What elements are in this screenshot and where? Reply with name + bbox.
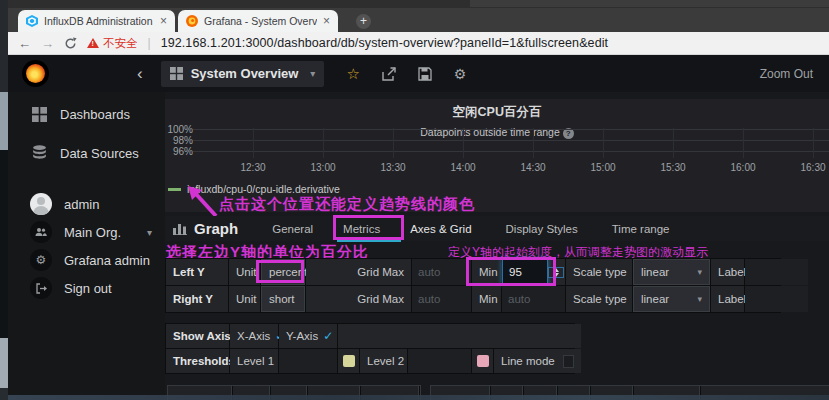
gear-icon[interactable]: ⚙ <box>454 66 467 82</box>
right-y-label-input[interactable] <box>745 286 808 312</box>
sidebar-item-grafana-admin[interactable]: ⚙ Grafana admin <box>8 248 165 272</box>
star-icon[interactable]: ☆ <box>346 65 359 83</box>
level2-label: Level 2 <box>360 349 407 373</box>
right-y-unit-select[interactable]: short <box>261 286 305 312</box>
level2-color-swatch[interactable] <box>477 355 489 367</box>
y-axis-toggle[interactable]: Y-Axis✓ <box>279 324 337 348</box>
right-y-grid-max-input[interactable] <box>412 286 471 312</box>
sidebar-collapse-icon[interactable]: ‹ <box>137 64 143 84</box>
grafana-logo[interactable] <box>22 60 49 87</box>
browser-tab-grafana[interactable]: Grafana - System Overview × <box>178 10 338 32</box>
taskbar-edge <box>8 395 829 400</box>
database-icon <box>30 144 48 162</box>
tab-title: Grafana - System Overview <box>204 15 317 27</box>
sidebar-item-label: admin <box>64 197 99 212</box>
browser-tabstrip: InfluxDB Administration × Grafana - Syst… <box>8 8 829 32</box>
grafana-topnav: ‹ System Overview ▾ ☆ ⚙ Zoom Out <box>8 55 829 92</box>
gridline <box>193 151 829 152</box>
gridline <box>603 128 604 158</box>
level2-input[interactable] <box>408 349 471 373</box>
level1-color-cell[interactable] <box>338 349 359 373</box>
gear-icon: ⚙ <box>30 249 52 271</box>
line-mode-checkbox[interactable] <box>563 355 574 368</box>
left-y-label-input[interactable] <box>745 259 808 285</box>
new-tab-button[interactable]: + <box>356 14 371 29</box>
browser-tab-influxdb[interactable]: InfluxDB Administration × <box>18 10 175 32</box>
x-tick-label: 14:00 <box>441 162 485 173</box>
url-text[interactable]: 192.168.1.201:3000/dashboard/db/system-o… <box>161 36 609 50</box>
gridline <box>323 128 324 158</box>
show-axis-label: Show Axis <box>166 324 229 348</box>
dashboard-title-dropdown[interactable]: System Overview ▾ <box>161 61 325 87</box>
legend-color-swatch[interactable] <box>168 188 181 191</box>
close-icon[interactable]: × <box>160 15 167 27</box>
scale-type-label: Scale type <box>566 286 632 312</box>
level2-color-cell[interactable] <box>472 349 493 373</box>
chevron-down-icon: ▾ <box>310 68 315 79</box>
x-tick-label: 16:30 <box>791 162 829 173</box>
right-y-scale-select[interactable]: linear▾ <box>633 286 710 312</box>
sidebar-item-sign-out[interactable]: Sign out <box>8 276 165 300</box>
save-icon[interactable] <box>418 67 432 81</box>
gridline <box>673 128 674 158</box>
gridline <box>533 128 534 158</box>
right-y-min-input[interactable] <box>502 286 565 312</box>
sidebar-item-label: Main Org. <box>64 225 121 240</box>
tab-display-styles[interactable]: Display Styles <box>506 223 578 235</box>
x-axis-toggle[interactable]: X-Axis✓ <box>230 324 278 348</box>
row-label-right-y: Right Y <box>166 286 228 312</box>
security-warning[interactable]: ! 不安全 <box>87 36 138 51</box>
level1-input[interactable] <box>279 349 337 373</box>
sidebar-item-dashboards[interactable]: Dashboards <box>8 102 165 126</box>
level1-color-swatch[interactable] <box>343 355 355 367</box>
browser-urlbar: ← → ! 不安全 | 192.168.1.201:3000/dashboard… <box>8 32 829 55</box>
reload-icon[interactable] <box>64 37 77 50</box>
sidebar-item-label: Data Sources <box>60 146 139 161</box>
back-icon[interactable]: ← <box>18 36 31 51</box>
warning-triangle-icon: ! <box>87 38 99 48</box>
url-separator: | <box>148 36 151 50</box>
close-icon[interactable]: × <box>323 15 330 27</box>
x-tick-label: 16:00 <box>721 162 765 173</box>
left-y-scale-select[interactable]: linear▾ <box>633 259 710 285</box>
bar-chart-icon <box>173 222 187 235</box>
filler-cell <box>338 324 581 348</box>
show-axis-table: Show Axis X-Axis✓ Y-Axis✓ Thresholds Lev… <box>165 323 575 374</box>
sidebar-item-label: Sign out <box>64 281 112 296</box>
sign-out-icon <box>30 277 52 299</box>
sidebar-item-admin[interactable]: admin <box>8 192 165 216</box>
highlight-box-percent <box>256 260 304 283</box>
tab-time-range[interactable]: Time range <box>612 223 670 235</box>
left-y-grid-max-input[interactable] <box>412 259 471 285</box>
dashboards-grid-icon <box>30 105 48 123</box>
grid-max-label: Grid Max <box>306 286 411 312</box>
chevron-down-icon: ▾ <box>697 294 702 304</box>
forward-icon[interactable]: → <box>41 36 54 51</box>
x-tick-label: 14:30 <box>511 162 555 173</box>
share-icon[interactable] <box>382 67 396 81</box>
gridline <box>193 129 829 130</box>
desktop-edge <box>0 0 8 400</box>
active-tab-underline <box>337 240 401 242</box>
highlight-box-axes-grid-tab <box>333 215 404 240</box>
tab-axes-grid[interactable]: Axes & Grid <box>410 223 471 235</box>
sidebar-item-label: Grafana admin <box>64 253 150 268</box>
chevron-down-icon: ▾ <box>697 267 702 277</box>
y-tick-label: 100% <box>163 124 193 135</box>
y-tick-label: 96% <box>163 146 193 157</box>
grid-max-label: Grid Max <box>306 259 411 285</box>
influxdb-icon <box>26 15 38 27</box>
avatar <box>30 193 52 215</box>
panel-title[interactable]: 空闲CPU百分百 <box>165 104 829 121</box>
scale-type-label: Scale type <box>566 259 632 285</box>
datapoints-note: Datapoints outside time range? <box>165 126 829 139</box>
sidebar-item-data-sources[interactable]: Data Sources <box>8 141 165 165</box>
annotation-arrow <box>186 186 222 218</box>
users-icon <box>30 221 52 243</box>
label-label: Label <box>711 286 744 312</box>
zoom-out-button[interactable]: Zoom Out <box>760 67 813 81</box>
dashboard-title: System Overview <box>191 66 299 81</box>
sidebar-item-main-org[interactable]: Main Org. ▾ <box>8 220 165 244</box>
x-tick-label: 13:30 <box>371 162 415 173</box>
tab-general[interactable]: General <box>272 223 313 235</box>
